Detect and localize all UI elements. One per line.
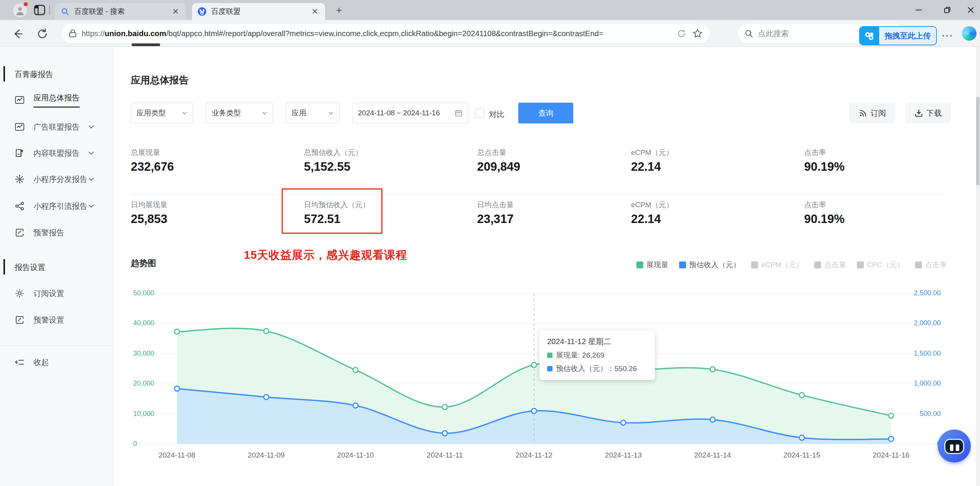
- legend-swatch: [679, 261, 686, 268]
- data-point[interactable]: [175, 386, 180, 391]
- subscribe-button[interactable]: 订阅: [849, 103, 895, 123]
- report-icon: [15, 122, 25, 132]
- date-range-input[interactable]: 2024-11-08 ~ 2024-11-16: [352, 103, 468, 123]
- sidebar-item-alert-settings[interactable]: 预警设置: [0, 311, 114, 329]
- data-point[interactable]: [442, 404, 447, 409]
- query-button[interactable]: 查询: [518, 103, 573, 123]
- data-point[interactable]: [532, 408, 537, 413]
- data-point[interactable]: [264, 329, 269, 334]
- data-point[interactable]: [532, 363, 537, 368]
- legend-item-cpc[interactable]: CPC（元）: [857, 260, 904, 270]
- window-minimize-button[interactable]: [910, 0, 928, 20]
- ai-assistant-button[interactable]: [938, 429, 971, 463]
- tab-close-icon[interactable]: ✕: [170, 7, 180, 16]
- tab-workspaces-icon[interactable]: [34, 5, 45, 17]
- axis-tick-label: 2,500.00: [914, 289, 941, 297]
- sidebar-item-content-union-report[interactable]: 内容联盟报告: [0, 144, 114, 162]
- data-point[interactable]: [710, 367, 715, 372]
- sidebar-item-app-overall-report[interactable]: 应用总体报告: [0, 91, 114, 109]
- tooltip-label: 预估收入（元）: [556, 364, 607, 373]
- data-point[interactable]: [264, 394, 269, 399]
- stat-label: 日均点击量: [477, 200, 514, 210]
- sidebar-item-label: 小程序引流报告: [33, 201, 87, 211]
- download-button[interactable]: 下载: [905, 103, 951, 123]
- axis-tick-label: 500.00: [920, 410, 941, 418]
- axis-tick-label: 10,000: [133, 410, 154, 418]
- biz-type-select[interactable]: 业务类型: [206, 103, 273, 123]
- sidebar-item-miniapp-traffic-report[interactable]: 小程序引流报告: [0, 197, 114, 215]
- stat-label: 点击率: [804, 148, 826, 158]
- app-type-select[interactable]: 应用类型: [131, 103, 193, 123]
- sidebar-item-label: 内容联盟报告: [33, 148, 80, 158]
- tab-baidu-union[interactable]: du 百度联盟 ✕: [192, 3, 325, 20]
- legend-swatch: [751, 261, 758, 268]
- lock-icon: [68, 29, 77, 38]
- netdisk-upload-button[interactable]: 拖拽至此上传: [859, 26, 937, 45]
- data-point[interactable]: [889, 436, 894, 441]
- legend-item-est-income[interactable]: 预估收入（元）: [679, 260, 740, 270]
- tooltip-date: 2024-11-12 星期二: [547, 336, 647, 347]
- legend-item-ecpm[interactable]: eCPM（元）: [751, 260, 803, 270]
- window-close-button[interactable]: [962, 0, 980, 20]
- stat-value: 209,849: [477, 160, 520, 174]
- data-point[interactable]: [621, 420, 626, 425]
- person-icon: [15, 5, 25, 16]
- stat-label: 总点击量: [477, 148, 506, 158]
- data-point[interactable]: [800, 435, 805, 440]
- axis-tick-label: 1,000.00: [914, 379, 941, 388]
- chevron-down-icon: [88, 150, 95, 156]
- stat-label: 总预估收入（元）: [304, 148, 362, 158]
- scrollbar-thumb[interactable]: [976, 97, 980, 185]
- tab-close-icon[interactable]: ✕: [310, 7, 320, 16]
- data-point[interactable]: [175, 329, 180, 334]
- sidebar-item-subscribe-settings[interactable]: 订阅设置: [0, 284, 114, 303]
- annotation-highlight-box: [282, 188, 382, 234]
- trend-chart[interactable]: 50,00040,00030,00020,00010,0000 2,500.00…: [131, 290, 947, 444]
- url-path: /bqt/appco.html#/report/app/overall?metr…: [166, 29, 603, 38]
- window-restore-button[interactable]: [938, 0, 957, 20]
- svg-text:du: du: [200, 12, 204, 15]
- sidebar-item-label: 收起: [33, 357, 49, 368]
- rss-icon: [859, 109, 867, 117]
- data-point[interactable]: [353, 368, 358, 373]
- legend-item-clicks[interactable]: 点击量: [814, 260, 846, 270]
- copilot-icon[interactable]: [962, 26, 977, 41]
- data-point[interactable]: [800, 393, 805, 398]
- legend-label: 点击量: [824, 260, 846, 270]
- sidebar-item-ad-union-report[interactable]: 广告联盟报告: [0, 118, 114, 136]
- data-point[interactable]: [353, 403, 358, 408]
- favorite-star-icon[interactable]: [693, 28, 703, 38]
- sidebar-item-miniapp-distribution-report[interactable]: 小程序分发报告: [0, 170, 114, 188]
- data-point[interactable]: [889, 413, 894, 418]
- new-tab-button[interactable]: +: [333, 5, 345, 16]
- contrast-checkbox[interactable]: [475, 108, 484, 118]
- sidebar-collapse-button[interactable]: 收起: [0, 353, 114, 371]
- distribution-network-icon: [15, 174, 25, 184]
- browser-menu-icon[interactable]: ···: [942, 30, 953, 41]
- download-icon: [915, 109, 923, 117]
- sync-icon[interactable]: [676, 28, 686, 38]
- legend-label: 预估收入（元）: [689, 260, 740, 270]
- search-placeholder: 点此搜索: [758, 28, 789, 39]
- chevron-down-icon: [88, 123, 95, 130]
- data-point[interactable]: [710, 417, 715, 422]
- axis-tick-label: 20,000: [133, 379, 154, 388]
- stat-label: 日均展现量: [131, 200, 167, 210]
- back-button[interactable]: [12, 28, 24, 40]
- tab-title: 百度联盟: [211, 7, 310, 17]
- sidebar-item-alert-report[interactable]: 预警报告: [0, 223, 114, 242]
- tooltip-value: 550.26: [614, 364, 637, 373]
- address-bar[interactable]: https://union.baidu.com/bqt/appco.html#/…: [62, 24, 710, 43]
- app-select[interactable]: 应用: [286, 103, 340, 123]
- legend-item-impressions[interactable]: 展现量: [636, 260, 668, 270]
- data-point[interactable]: [442, 431, 447, 436]
- page-scrollbar[interactable]: [976, 47, 980, 486]
- legend-item-ctr[interactable]: 点击率: [915, 260, 947, 270]
- tab-search[interactable]: 百度联盟 - 搜索 ✕: [55, 3, 186, 20]
- page-content: 百青藤报告 应用总体报告 广告联盟报告 内容联盟报告 小程序分发报告: [0, 47, 980, 486]
- chevron-down-icon: [328, 110, 334, 116]
- stat-value: 5,152.55: [304, 160, 351, 174]
- refresh-button[interactable]: [36, 28, 48, 40]
- url-text: https://union.baidu.com/bqt/appco.html#/…: [82, 29, 676, 38]
- search-favicon: [60, 7, 70, 16]
